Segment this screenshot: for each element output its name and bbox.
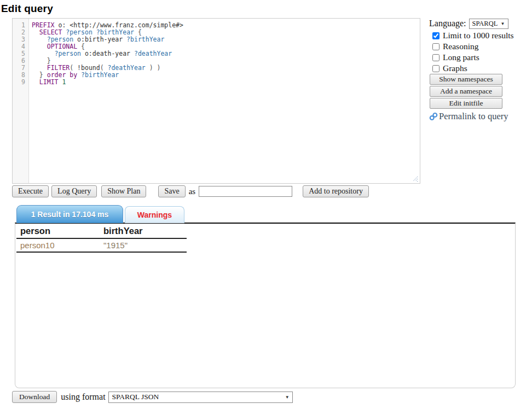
long-parts-label[interactable]: Long parts xyxy=(443,52,479,62)
column-header-birthyear: birthYear xyxy=(100,224,143,238)
chevron-down-icon: ▼ xyxy=(501,21,505,26)
tab-results[interactable]: 1 Result in 17.104 ms xyxy=(16,205,123,223)
sidebar-buttons: Show namespacesAdd a namespaceEdit initf… xyxy=(429,74,516,109)
limit-to-1000-results-checkbox[interactable] xyxy=(432,32,440,39)
results-table: personbirthYear person10"1915" xyxy=(16,224,187,253)
long-parts-checkbox[interactable] xyxy=(432,54,440,61)
log-query-button[interactable]: Log Query xyxy=(51,185,97,197)
page-title: Edit query xyxy=(1,3,53,15)
language-select[interactable]: SPARQL ▼ xyxy=(469,19,508,29)
save-as-label: as xyxy=(189,187,196,196)
link-icon xyxy=(429,112,438,121)
resize-handle-icon[interactable] xyxy=(412,176,418,182)
format-select[interactable]: SPARQL JSON ▼ xyxy=(108,392,293,403)
graphs-label[interactable]: Graphs xyxy=(443,63,467,73)
reasoning-label[interactable]: Reasoning xyxy=(443,42,478,51)
checkbox-row-limit-to-1000-results: Limit to 1000 results xyxy=(429,31,516,40)
language-label: Language: xyxy=(429,19,466,28)
add-a-namespace-button[interactable]: Add a namespace xyxy=(430,86,502,97)
graphs-checkbox[interactable] xyxy=(432,65,440,72)
chevron-down-icon: ▼ xyxy=(285,395,290,400)
edit-initfile-button[interactable]: Edit initfile xyxy=(430,98,502,109)
checkbox-row-long-parts: Long parts xyxy=(429,53,516,62)
add-to-repository-button[interactable]: Add to repository xyxy=(303,185,369,197)
limit-to-1000-results-label[interactable]: Limit to 1000 results xyxy=(443,31,514,40)
result-uri-cell[interactable]: person10 xyxy=(16,239,100,252)
results-panel: personbirthYear person10"1915" xyxy=(15,223,516,388)
show-namespaces-button[interactable]: Show namespaces xyxy=(430,74,502,85)
execute-button[interactable]: Execute xyxy=(12,185,49,197)
code-line: LIMIT 1 xyxy=(32,79,420,86)
checkbox-row-graphs: Graphs xyxy=(429,64,516,73)
editor-gutter: 123456789 xyxy=(13,19,29,183)
code-line: } order by ?birthYear xyxy=(32,72,420,79)
query-editor[interactable]: 123456789 PREFIX o: <http://www.franz.co… xyxy=(12,18,420,184)
reasoning-checkbox[interactable] xyxy=(432,43,440,50)
table-row: person10"1915" xyxy=(16,239,187,253)
save-as-input[interactable] xyxy=(199,186,292,197)
table-header-row: personbirthYear xyxy=(16,224,187,239)
column-header-person: person xyxy=(16,224,100,238)
code-line: ?person o:death-year ?deathYear xyxy=(32,50,420,57)
save-button[interactable]: Save xyxy=(158,185,185,197)
line-number: 9 xyxy=(13,79,25,86)
result-literal-cell: "1915" xyxy=(100,239,128,252)
checkbox-row-reasoning: Reasoning xyxy=(429,42,516,51)
code-line: ?person o:birth-year ?birthYear xyxy=(32,36,420,43)
tab-warnings[interactable]: Warnings xyxy=(125,206,184,223)
permalink-to-query-link[interactable]: Permalink to query xyxy=(429,111,516,122)
download-button[interactable]: Download xyxy=(12,391,57,403)
format-label: using format xyxy=(61,392,105,402)
sidebar: Language: SPARQL ▼ Limit to 1000 results… xyxy=(429,18,516,122)
editor-code[interactable]: PREFIX o: <http://www.franz.com/simple#>… xyxy=(29,19,420,183)
download-row: Download using format SPARQL JSON ▼ xyxy=(12,391,293,403)
action-row: Execute Log Query Show Plan Save as Add … xyxy=(12,185,420,197)
show-plan-button[interactable]: Show Plan xyxy=(101,185,146,197)
sidebar-checkboxes: Limit to 1000 resultsReasoningLong parts… xyxy=(429,31,516,73)
